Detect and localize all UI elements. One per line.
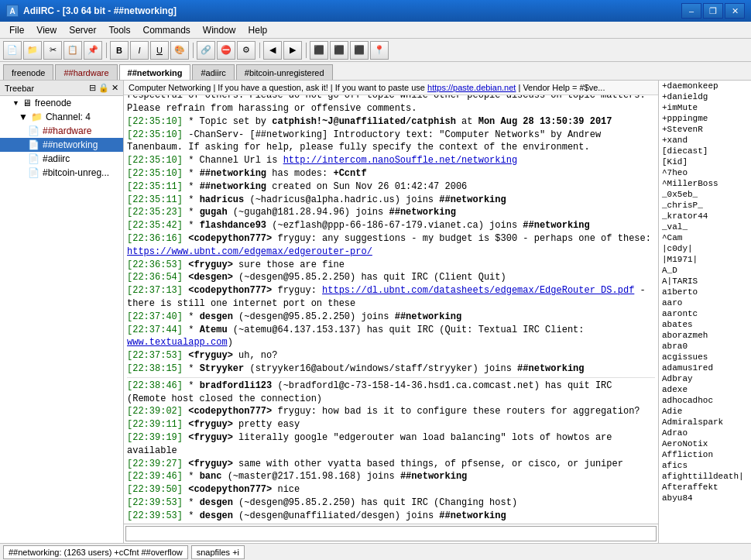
- toolbar-cascade[interactable]: ⬛: [350, 41, 369, 60]
- user-list-item[interactable]: aaro: [659, 297, 751, 308]
- user-list-item[interactable]: Admiralspark: [659, 417, 751, 428]
- toolbar-tile-v[interactable]: ⬛: [330, 41, 348, 60]
- user-list-item[interactable]: ^MillerBoss: [659, 178, 751, 189]
- channel-icon-networking: 📄: [28, 139, 39, 150]
- tab-bitcoin[interactable]: #bitcoin-unregistered: [236, 64, 333, 80]
- user-list-item[interactable]: adhocadhoc: [659, 395, 751, 406]
- separator-3: [257, 43, 262, 58]
- user-list-item[interactable]: adexe: [659, 384, 751, 395]
- server-icon: 🖥: [22, 98, 32, 108]
- toolbar-back[interactable]: ◀: [263, 41, 282, 60]
- user-list-item[interactable]: Afteraffekt: [659, 482, 751, 493]
- channel-icon-adiirc: 📄: [28, 153, 39, 164]
- user-list-item[interactable]: Adbray: [659, 373, 751, 384]
- toolbar-open[interactable]: 📁: [23, 41, 42, 60]
- tab-hardware[interactable]: ##hardware: [55, 64, 117, 80]
- menu-server[interactable]: Server: [63, 22, 102, 38]
- toolbar-settings[interactable]: ⚙: [237, 41, 255, 60]
- networking-label: ##networking: [43, 139, 98, 150]
- sidebar-item-freenode[interactable]: ▼ 🖥 freenode: [0, 96, 123, 110]
- message-row: [22:36:54] <desgen> (~desgen@95.85.2.250…: [127, 271, 655, 284]
- user-list-item[interactable]: AeroNotix: [659, 438, 751, 449]
- user-list-item[interactable]: [diecast]: [659, 146, 751, 156]
- user-list-item[interactable]: +pppingme: [659, 113, 751, 124]
- user-list-item[interactable]: abra0: [659, 341, 751, 352]
- menu-window[interactable]: Window: [197, 22, 242, 38]
- user-list-item[interactable]: _chrisP_: [659, 200, 751, 211]
- toolbar-extra[interactable]: 📍: [370, 41, 389, 60]
- toolbar-paste[interactable]: 📌: [84, 41, 102, 60]
- sidebar-item-adiirc[interactable]: 📄 #adiirc: [0, 152, 123, 166]
- minimize-button[interactable]: –: [681, 3, 701, 19]
- chat-input[interactable]: [125, 526, 657, 541]
- toolbar-new[interactable]: 📄: [3, 41, 22, 60]
- link-ds[interactable]: https://dl.ubnt.com/datasheets/edgemax/E…: [322, 285, 634, 296]
- channel-url[interactable]: http://intercom.nanoSouffle.net/networki…: [283, 155, 517, 166]
- toolbar-bold[interactable]: B: [110, 41, 129, 60]
- user-list-item[interactable]: _0x5eb_: [659, 189, 751, 200]
- toolbar-forward[interactable]: ▶: [283, 41, 302, 60]
- user-list-item[interactable]: A|TARIS: [659, 276, 751, 287]
- user-list-item[interactable]: A_D: [659, 265, 751, 276]
- menu-file[interactable]: File: [3, 22, 30, 38]
- user-list-item[interactable]: abates: [659, 319, 751, 330]
- menu-view[interactable]: View: [30, 22, 63, 38]
- tab-networking[interactable]: ##networking: [119, 64, 191, 80]
- close-button[interactable]: ✕: [725, 3, 745, 19]
- restore-button[interactable]: ❐: [703, 3, 723, 19]
- user-list-item[interactable]: aarontc: [659, 308, 751, 319]
- user-list-item[interactable]: abyu84: [659, 493, 751, 503]
- user-list-item[interactable]: acgissues: [659, 352, 751, 362]
- menu-help[interactable]: Help: [242, 22, 274, 38]
- server-tabs: freenode ##hardware ##networking #adiirc…: [0, 62, 751, 81]
- message-row: [22:35:11] * ##networking created on Sun…: [127, 180, 655, 194]
- sidebar-item-bitcoin[interactable]: 📄 #bitcoin-unreg...: [0, 166, 123, 180]
- chat-input-area: [124, 524, 658, 543]
- toolbar-copy[interactable]: 📋: [63, 41, 82, 60]
- user-list-item[interactable]: |c0dy|: [659, 243, 751, 254]
- user-list-item[interactable]: +StevenR: [659, 124, 751, 135]
- toolbar-italic[interactable]: I: [130, 41, 149, 60]
- user-list-item[interactable]: adamus1red: [659, 362, 751, 373]
- link-textual[interactable]: www.textualapp.com: [127, 337, 228, 348]
- user-list-item[interactable]: +daemonkeep: [659, 81, 751, 91]
- user-list-item[interactable]: +imMute: [659, 102, 751, 113]
- user-list: +daemonkeep +danieldg +imMute +pppingme …: [658, 81, 751, 543]
- treebar-controls[interactable]: ⊟ 🔒 ✕: [89, 83, 118, 93]
- menu-tools[interactable]: Tools: [102, 22, 136, 38]
- menu-commands[interactable]: Commands: [137, 22, 197, 38]
- tab-adiirc[interactable]: #adiirc: [192, 64, 234, 80]
- user-list-item[interactable]: Adie: [659, 406, 751, 417]
- toolbar-color[interactable]: 🎨: [170, 41, 189, 60]
- sidebar-item-networking[interactable]: 📄 ##networking: [0, 138, 123, 152]
- separator-1: [104, 43, 108, 58]
- user-list-item[interactable]: Affliction: [659, 449, 751, 460]
- toolbar-underline[interactable]: U: [150, 41, 169, 60]
- toolbar-tile-h[interactable]: ⬛: [310, 41, 328, 60]
- user-list-item[interactable]: afighttilldeath|: [659, 471, 751, 482]
- user-list-item[interactable]: aborazmeh: [659, 330, 751, 341]
- sidebar-item-channel-count[interactable]: ▼ 📁 Channel: 4: [0, 110, 123, 124]
- topic-link[interactable]: https://paste.debian.net: [427, 83, 516, 92]
- toolbar-cut[interactable]: ✂: [43, 41, 62, 60]
- toolbar-disconnect[interactable]: ⛔: [217, 41, 235, 60]
- user-list-item[interactable]: |M1971|: [659, 254, 751, 265]
- user-list-item[interactable]: ^7heo: [659, 167, 751, 178]
- user-list-item[interactable]: a1berto: [659, 287, 751, 297]
- hardware-label: ##hardware: [43, 125, 91, 136]
- link-edgerouter[interactable]: https://www.ubnt.com/edgemax/edgerouter-…: [127, 246, 372, 257]
- sidebar-item-hardware[interactable]: 📄 ##hardware: [0, 124, 123, 138]
- user-list-item[interactable]: Adrao: [659, 428, 751, 438]
- expand-icon: ▼: [12, 99, 19, 107]
- user-list-item[interactable]: afics: [659, 460, 751, 471]
- chat-messages[interactable]: [22:35:10] * Now talking in: ##networkin…: [124, 95, 658, 524]
- message-row: [22:35:10] * ##networking has modes: +Cc…: [127, 167, 655, 180]
- user-list-item[interactable]: _krator44: [659, 211, 751, 222]
- tab-freenode[interactable]: freenode: [3, 64, 53, 80]
- user-list-item[interactable]: +danieldg: [659, 91, 751, 102]
- user-list-item[interactable]: _val_: [659, 222, 751, 232]
- user-list-item[interactable]: +xand: [659, 135, 751, 146]
- toolbar-connect[interactable]: 🔗: [197, 41, 215, 60]
- user-list-item[interactable]: ^Cam: [659, 232, 751, 243]
- user-list-item[interactable]: [Kid]: [659, 156, 751, 167]
